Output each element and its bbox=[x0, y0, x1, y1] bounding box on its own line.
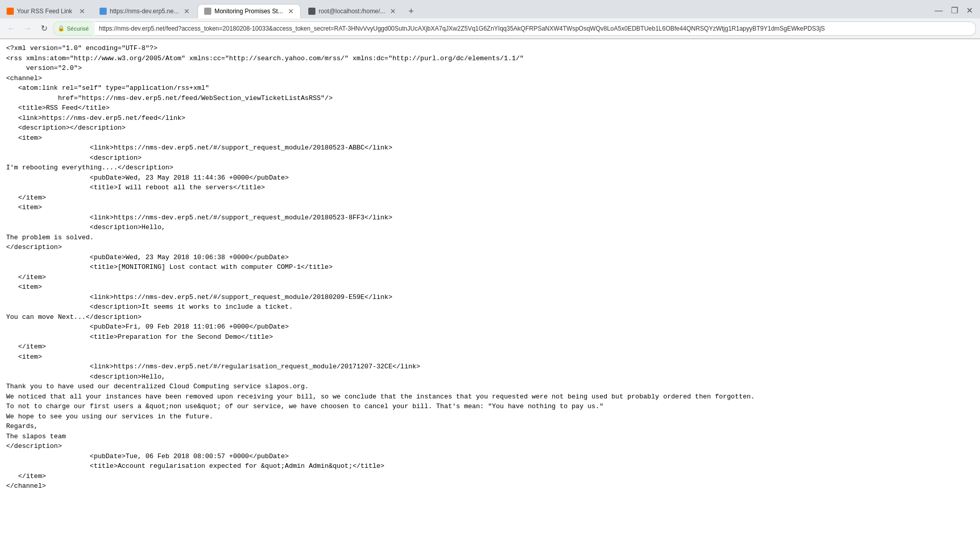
security-text: Sécurisé bbox=[67, 26, 89, 32]
xml-line: </item> bbox=[6, 193, 974, 203]
xml-line: <link>https://nms-dev.erp5.net/#/support… bbox=[6, 213, 974, 223]
tab-label-2: https://nms-dev.erp5.ne... bbox=[110, 8, 179, 15]
xml-line: <description>Hello, bbox=[6, 372, 974, 382]
tab-bar: Your RSS Feed Link ✕ https://nms-dev.erp… bbox=[0, 0, 980, 18]
tab-close-2[interactable]: ✕ bbox=[184, 7, 190, 15]
xml-line: <atom:link rel="self" type="application/… bbox=[6, 83, 974, 93]
tab-close-4[interactable]: ✕ bbox=[390, 7, 396, 15]
tab-close-1[interactable]: ✕ bbox=[79, 7, 85, 15]
xml-line: <link>https://nms-dev.erp5.net/#/regular… bbox=[6, 362, 974, 372]
refresh-button[interactable]: ↻ bbox=[37, 21, 51, 36]
xml-line: href="https://nms-dev.erp5.net/feed/WebS… bbox=[6, 93, 974, 104]
xml-line: </channel> bbox=[6, 481, 974, 491]
xml-line: <?xml version="1.0" encoding="UTF-8"?> bbox=[6, 43, 974, 54]
tab-favicon-3 bbox=[204, 8, 211, 15]
xml-line: The problem is solved. bbox=[6, 233, 974, 243]
xml-line: We noticed that all your instances have … bbox=[6, 392, 974, 402]
xml-line: <item> bbox=[6, 133, 974, 143]
xml-line: Regards, bbox=[6, 421, 974, 432]
new-tab-button[interactable]: + bbox=[404, 4, 418, 18]
xml-line: <description>It seems it works to includ… bbox=[6, 302, 974, 312]
tab-erp5[interactable]: https://nms-dev.erp5.ne... ✕ bbox=[93, 4, 197, 18]
tab-rss-feed[interactable]: Your RSS Feed Link ✕ bbox=[0, 4, 92, 18]
close-button[interactable]: ✕ bbox=[963, 5, 976, 16]
navigation-toolbar: ← → ↻ 🔒 Sécurisé bbox=[0, 18, 980, 39]
security-indicator: 🔒 Sécurisé bbox=[53, 21, 93, 36]
xml-line: <item> bbox=[6, 282, 974, 292]
xml-line: <pubDate>Tue, 06 Feb 2018 08:00:57 +0000… bbox=[6, 452, 974, 462]
tab-label-1: Your RSS Feed Link bbox=[17, 8, 74, 15]
xml-line: <item> bbox=[6, 352, 974, 362]
xml-line: <description>Hello, bbox=[6, 222, 974, 233]
address-bar[interactable] bbox=[95, 21, 976, 36]
tab-close-3[interactable]: ✕ bbox=[288, 7, 294, 15]
xml-line: <title>[MONITORING] Lost contact with co… bbox=[6, 262, 974, 272]
xml-line: To not to charge our first users a &quot… bbox=[6, 402, 974, 412]
xml-line: <pubDate>Fri, 09 Feb 2018 11:01:06 +0000… bbox=[6, 322, 974, 332]
xml-line: <title>RSS Feed</title> bbox=[6, 103, 974, 113]
xml-line: <pubDate>Wed, 23 May 2018 11:44:36 +0000… bbox=[6, 173, 974, 183]
xml-line: <pubDate>Wed, 23 May 2018 10:06:38 +0000… bbox=[6, 253, 974, 263]
xml-line: </description> bbox=[6, 441, 974, 452]
tab-label-3: Monitoring Promises St... bbox=[214, 8, 283, 15]
xml-line: version="2.0"> bbox=[6, 63, 974, 73]
lock-icon: 🔒 bbox=[58, 25, 65, 32]
xml-line: <description> bbox=[6, 153, 974, 163]
xml-line: <link>https://nms-dev.erp5.net/#/support… bbox=[6, 143, 974, 153]
xml-line: <rss xmlns:atom="http://www.w3.org/2005/… bbox=[6, 54, 974, 64]
tab-monitoring[interactable]: Monitoring Promises St... ✕ bbox=[198, 4, 301, 18]
browser-chrome: Your RSS Feed Link ✕ https://nms-dev.erp… bbox=[0, 0, 980, 39]
xml-line: <title>Preparation for the Second Demo</… bbox=[6, 332, 974, 342]
xml-line: Thank you to have used our decentralized… bbox=[6, 382, 974, 392]
tab-favicon-4 bbox=[308, 8, 315, 15]
xml-line: <title>Account regularisation expected f… bbox=[6, 461, 974, 471]
back-button[interactable]: ← bbox=[4, 21, 18, 36]
xml-line: I'm rebooting everything....</descriptio… bbox=[6, 163, 974, 173]
xml-line: <link>https://nms-dev.erp5.net/#/support… bbox=[6, 292, 974, 303]
window-controls: — ❐ ✕ bbox=[932, 5, 980, 18]
xml-line: You can move Next...</description> bbox=[6, 312, 974, 322]
tab-label-4: root@localhost:/home/... bbox=[318, 8, 385, 15]
xml-line: </item> bbox=[6, 471, 974, 482]
xml-line: <link>https://nms-dev.erp5.net/feed</lin… bbox=[6, 113, 974, 123]
xml-line: </item> bbox=[6, 272, 974, 283]
page-content: <?xml version="1.0" encoding="UTF-8"?><r… bbox=[0, 39, 980, 495]
maximize-button[interactable]: ❐ bbox=[948, 5, 961, 16]
tab-favicon-2 bbox=[100, 8, 107, 15]
xml-line: <channel> bbox=[6, 73, 974, 84]
tab-favicon-1 bbox=[7, 8, 14, 15]
xml-line: We hope to see you using our services in… bbox=[6, 412, 974, 422]
tab-terminal[interactable]: root@localhost:/home/... ✕ bbox=[302, 4, 403, 18]
minimize-button[interactable]: — bbox=[932, 5, 946, 16]
forward-button[interactable]: → bbox=[20, 21, 35, 36]
xml-line: </item> bbox=[6, 342, 974, 352]
xml-line: <description></description> bbox=[6, 123, 974, 133]
xml-line: </description> bbox=[6, 242, 974, 253]
xml-line: <item> bbox=[6, 203, 974, 213]
xml-line: <title>I will reboot all the servers</ti… bbox=[6, 183, 974, 193]
xml-line: The slapos team bbox=[6, 432, 974, 442]
